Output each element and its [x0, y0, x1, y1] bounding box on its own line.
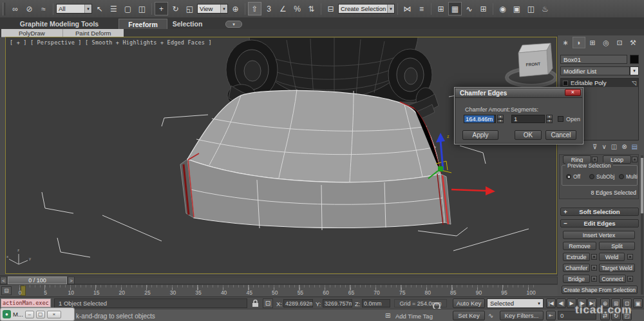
weld-settings-button[interactable] — [627, 254, 633, 260]
configure-modifier-sets-icon[interactable]: ▤ — [632, 143, 638, 150]
split-button[interactable]: Split — [599, 242, 635, 250]
chamfer-settings-button[interactable] — [591, 265, 597, 271]
tab-modify-icon[interactable]: ◗ — [573, 37, 585, 48]
close-button[interactable]: × — [47, 311, 61, 318]
absolute-offset-toggle-icon[interactable]: ⊡ — [263, 298, 273, 308]
named-selection-set-dropdown[interactable]: Create Selection Se ▼ — [338, 4, 395, 14]
select-and-rotate-icon[interactable]: ↻ — [169, 2, 182, 15]
window-crossing-icon[interactable]: ◫ — [135, 2, 149, 15]
spinner-snap-icon[interactable]: ⇅ — [305, 2, 318, 15]
frame-forward-button[interactable]: > — [68, 277, 75, 284]
make-unique-icon[interactable]: ◫ — [611, 143, 617, 150]
zoom-region-icon[interactable]: ▣ — [633, 298, 643, 308]
modifier-list-dropdown[interactable]: Modifier List — [560, 66, 630, 75]
ok-button[interactable]: OK — [515, 130, 542, 140]
material-editor-icon[interactable]: ◉ — [496, 2, 509, 15]
previous-frame-button[interactable]: ◀| — [556, 298, 566, 308]
apply-button[interactable]: Apply — [462, 130, 498, 140]
chamfer-button[interactable]: Chamfer — [563, 264, 590, 272]
edit-named-selection-sets-icon[interactable]: ⊟ — [324, 2, 337, 15]
select-object-icon[interactable]: ↖ — [93, 2, 106, 15]
loop-spinner[interactable] — [632, 157, 638, 162]
tab-hierarchy-icon[interactable]: ⊞ — [586, 37, 599, 48]
toolbar-drag-handle[interactable] — [3, 3, 5, 15]
bridge-button[interactable]: Bridge — [563, 275, 590, 283]
restore-button[interactable]: ▢ — [36, 311, 45, 318]
preview-subobj-radio[interactable] — [589, 174, 594, 179]
modifier-list-arrow-icon[interactable]: ▼ — [630, 66, 639, 75]
connect-settings-button[interactable] — [627, 276, 633, 282]
tab-utilities-icon[interactable]: ⚒ — [627, 37, 639, 48]
weld-button[interactable]: Weld — [599, 253, 625, 261]
rendered-frame-window-icon[interactable]: ◫ — [524, 2, 538, 15]
remove-modifier-icon[interactable]: ⊗ — [621, 143, 627, 150]
open-checkbox[interactable] — [558, 116, 564, 122]
remove-button[interactable]: Remove — [563, 242, 596, 250]
cancel-button[interactable]: Cancel — [545, 130, 576, 140]
panel-polydraw[interactable]: PolyDraw — [1, 29, 63, 37]
time-tag-icon[interactable]: ⊞ — [385, 312, 390, 319]
chevron-down-icon[interactable]: ▼ — [84, 5, 91, 13]
time-slider-handle[interactable]: 0 / 100 — [8, 277, 67, 284]
select-and-scale-icon[interactable]: ◱ — [183, 2, 196, 15]
time-slider[interactable]: < 0 / 100 > — [0, 275, 558, 284]
bind-to-space-warp-icon[interactable]: ≈ — [37, 2, 50, 15]
chamfer-amount-spinner[interactable]: ▲ ▼ — [497, 115, 504, 123]
key-filter-dropdown[interactable]: Selected ▼ — [487, 298, 544, 308]
key-mode-toggle-icon[interactable]: ⇤ — [546, 311, 556, 320]
render-production-icon[interactable]: ♨ — [538, 2, 552, 15]
preview-off-radio[interactable] — [566, 174, 571, 179]
create-shape-button[interactable]: Create Shape From Selection — [562, 286, 638, 294]
tab-graphite-modeling-tools[interactable]: Graphite Modeling Tools — [0, 19, 118, 29]
preview-multi-radio[interactable] — [619, 174, 624, 179]
mini-window[interactable]: ● M... – ▢ × — [0, 307, 75, 321]
viewport-3d-scene[interactable]: z x y z FRONT — [6, 37, 557, 274]
ribbon-toggle-icon[interactable]: ▦ — [448, 2, 462, 15]
default-tangent-icon[interactable]: ∿ — [488, 312, 493, 319]
extrude-button[interactable]: Extrude — [563, 253, 590, 261]
object-name-field[interactable]: Box01 — [560, 55, 627, 64]
select-and-manipulate-icon[interactable]: ⊕ — [229, 2, 242, 15]
align-icon[interactable]: ≡ — [415, 2, 428, 15]
modifier-stack-item[interactable]: Editable Poly ◹ — [561, 79, 638, 87]
select-by-name-icon[interactable]: ☰ — [107, 2, 120, 15]
edit-edges-rollout[interactable]: − Edit Edges — [560, 219, 639, 228]
selection-filter-dropdown[interactable]: All ▼ — [56, 4, 92, 14]
selection-region-icon[interactable]: ▢ — [121, 2, 135, 15]
maxscript-mini-listener[interactable]: actionMan.exec — [1, 298, 51, 307]
snap-3d-icon[interactable]: 3 — [262, 2, 276, 15]
ribbon-collapse-button[interactable]: ▾ — [225, 21, 242, 28]
ring-spinner[interactable] — [592, 157, 598, 162]
curve-editor-icon[interactable]: ∿ — [462, 2, 476, 15]
object-color-swatch[interactable] — [630, 55, 639, 64]
modifier-onoff-icon[interactable] — [563, 81, 568, 86]
y-coordinate-field[interactable]: 3269.757m — [323, 299, 352, 307]
selection-lock-icon[interactable] — [251, 299, 260, 309]
layer-manager-icon[interactable]: ⊞ — [434, 2, 448, 15]
chamfer-amount-field[interactable]: 164.846m — [464, 115, 496, 123]
render-setup-icon[interactable]: ▣ — [510, 2, 524, 15]
viewcube[interactable]: FRONT — [507, 43, 556, 86]
angle-snap-icon[interactable]: ∠ — [276, 2, 290, 15]
chevron-down-icon[interactable]: ▼ — [535, 302, 543, 306]
tab-selection[interactable]: Selection — [167, 19, 207, 29]
insert-vertex-button[interactable]: Insert Vertex — [563, 231, 635, 239]
schematic-view-icon[interactable]: ⊞ — [477, 2, 490, 15]
tab-create-icon[interactable]: ∗ — [559, 37, 572, 48]
spinner-down-icon[interactable]: ▼ — [497, 119, 504, 124]
time-slider-track[interactable] — [0, 277, 558, 284]
mini-curve-editor-icon[interactable]: ⊟ — [1, 286, 12, 295]
mirror-icon[interactable]: ⋈ — [401, 2, 414, 15]
chevron-down-icon[interactable]: ▼ — [387, 5, 394, 13]
dialog-title-bar[interactable]: Chamfer Edges — [455, 88, 582, 98]
soft-selection-rollout[interactable]: + Soft Selection — [560, 208, 639, 216]
extrude-settings-button[interactable] — [591, 254, 597, 260]
percent-snap-icon[interactable]: % — [290, 2, 304, 15]
z-coordinate-field[interactable]: 0.0mm — [362, 299, 390, 307]
tab-freeform[interactable]: Freeform — [118, 19, 167, 29]
select-and-link-icon[interactable]: ∞ — [8, 2, 22, 15]
dialog-close-button[interactable]: × — [565, 89, 581, 96]
spinner-down-icon[interactable]: ▼ — [546, 119, 553, 124]
snaps-toggle-icon[interactable]: ⇧ — [248, 2, 261, 15]
pin-stack-icon[interactable]: ⊽ — [592, 143, 597, 150]
